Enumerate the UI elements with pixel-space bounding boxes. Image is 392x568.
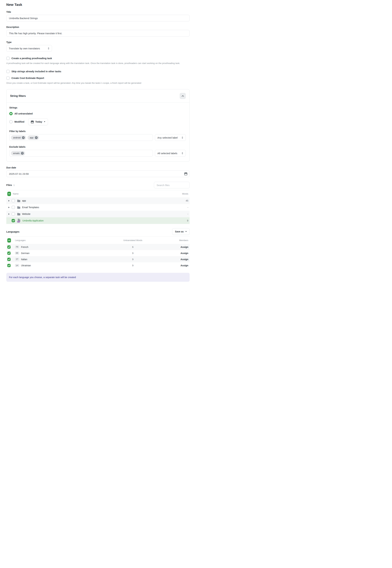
filter-by-labels-label: Filter by labels [9, 130, 186, 132]
expand-chevron-icon[interactable] [8, 213, 10, 215]
title-label: Title [6, 11, 190, 13]
language-code-badge: ук [15, 264, 19, 267]
strings-label: Strings [9, 106, 186, 109]
languages-info-note: For each language you choose, a separate… [6, 273, 190, 282]
file-row-app[interactable]: app 45 [6, 197, 190, 204]
proofreading-checkbox-row: Create a pending proofreading task [6, 57, 190, 60]
file-name: Website [22, 213, 30, 215]
filter-labels-input[interactable]: android ✕ app ✕ [9, 134, 153, 141]
exclude-labels-mode-value: All selected labels [157, 152, 177, 155]
file-row-website[interactable]: Website - [6, 211, 190, 217]
language-row-german[interactable]: DE German 9 Assign [6, 250, 190, 256]
description-label: Description [6, 26, 190, 29]
exclude-labels-label: Exclude labels [9, 146, 186, 148]
remove-tag-icon[interactable]: ✕ [35, 136, 38, 139]
files-label: Files [6, 184, 12, 186]
proofreading-help-text: A proofreading task will be created for … [6, 62, 190, 65]
title-input[interactable] [6, 15, 190, 21]
language-row-checkbox[interactable] [7, 251, 11, 255]
save-as-dropdown-button[interactable]: Save as [172, 228, 190, 235]
updown-caret-icon [48, 47, 49, 50]
modified-radio[interactable] [9, 120, 13, 123]
files-words-column-header: Words [182, 192, 188, 195]
updown-caret-icon [182, 136, 183, 139]
language-row-checkbox[interactable] [7, 245, 11, 249]
cost-estimate-help-text: Once you create a task, a Cost Estimate … [6, 82, 190, 85]
expand-chevron-icon[interactable] [8, 200, 10, 202]
language-name: Italian [21, 258, 27, 261]
new-task-form: New Task Title Description Type Translat… [0, 0, 196, 284]
search-files-input[interactable] [154, 182, 190, 189]
files-select-all-checkbox[interactable] [7, 192, 11, 196]
file-row-checkbox[interactable] [12, 219, 15, 222]
file-row-checkbox[interactable] [12, 199, 15, 202]
language-row-french[interactable]: FR French 6 Assign [6, 244, 190, 250]
skip-strings-checkbox[interactable] [6, 70, 10, 73]
exclude-labels-mode-select[interactable]: All selected labels [155, 150, 186, 157]
file-name: Email Templates [22, 206, 39, 209]
down-caret-icon [185, 231, 187, 232]
file-row-checkbox[interactable] [12, 206, 15, 209]
type-select[interactable]: Translate by own translators [6, 45, 52, 52]
untranslated-words-value: 9 [106, 252, 159, 255]
files-count-badge: 1 [14, 184, 14, 186]
updown-caret-icon [182, 152, 183, 155]
due-date-input[interactable] [6, 171, 190, 177]
down-caret-icon [44, 121, 45, 122]
assign-link[interactable]: Assign [163, 258, 188, 261]
assign-link[interactable]: Assign [163, 252, 188, 255]
filter-labels-mode-select[interactable]: Any selected label [155, 134, 186, 141]
language-name: German [21, 252, 29, 255]
type-label: Type [6, 41, 190, 44]
label-tag-app-text: app [30, 136, 34, 139]
save-as-label: Save as [175, 230, 184, 233]
skip-strings-checkbox-label: Skip strings already included in other t… [12, 70, 61, 73]
file-row-checkbox[interactable] [12, 212, 15, 216]
untranslated-words-value: 9 [106, 264, 159, 267]
modified-radio-row: Modified Today [9, 118, 186, 125]
cost-estimate-checkbox[interactable] [6, 76, 10, 80]
info-note-text: For each language you choose, a separate… [9, 276, 76, 279]
remove-tag-icon[interactable]: ✕ [22, 136, 25, 139]
proofreading-checkbox[interactable] [6, 57, 10, 60]
language-row-ukrainian[interactable]: ук Ukrainian 9 Assign [6, 262, 190, 268]
description-input[interactable] [6, 30, 190, 37]
type-select-value: Translate by own translators [9, 47, 40, 50]
expand-chevron-icon[interactable] [8, 206, 10, 208]
exclude-labels-input[interactable]: emails ✕ [9, 150, 153, 157]
collapse-panel-button[interactable] [180, 93, 186, 99]
modified-range-value: Today [35, 120, 42, 123]
file-row-umbrella-application[interactable]: JSON Umbrella Application 9 [6, 217, 190, 224]
all-untranslated-radio[interactable] [9, 112, 13, 115]
description-field: Description [6, 26, 190, 37]
file-words: 45 [186, 199, 188, 202]
string-filters-title: String filters [10, 95, 26, 98]
language-code-badge: FR [15, 245, 19, 248]
type-field: Type Translate by own translators [6, 41, 190, 52]
modified-range-dropdown[interactable]: Today [28, 118, 48, 125]
label-tag-emails-text: emails [13, 152, 20, 155]
language-row-checkbox[interactable] [7, 258, 11, 261]
language-row-checkbox[interactable] [7, 264, 11, 267]
languages-table-header: Languages Untranslated Words Members [6, 237, 190, 244]
languages-section-header: Languages Save as [6, 228, 190, 237]
language-row-italian[interactable]: IT Italian 9 Assign [6, 256, 190, 262]
svg-text:JSON: JSON [17, 221, 20, 222]
files-table-header: Name Words [6, 190, 190, 197]
assign-link[interactable]: Assign [163, 246, 188, 248]
folder-icon [17, 213, 20, 216]
modified-radio-label: Modified [14, 120, 24, 123]
due-date-field: Due date [6, 166, 190, 177]
files-table: Name Words app 45 Email Templates - [6, 190, 190, 224]
assign-link[interactable]: Assign [163, 264, 188, 267]
file-row-email-templates[interactable]: Email Templates - [6, 204, 190, 211]
untranslated-words-value: 9 [106, 258, 159, 261]
json-file-icon: JSON [17, 219, 21, 223]
files-name-column-header: Name [13, 192, 19, 195]
chevron-up-icon [182, 95, 184, 97]
languages-select-all-checkbox[interactable] [7, 238, 11, 243]
label-tag-android: android ✕ [11, 135, 26, 140]
remove-tag-icon[interactable]: ✕ [21, 152, 24, 155]
file-name: app [22, 199, 26, 202]
files-section-header: Files 1 [6, 182, 190, 189]
